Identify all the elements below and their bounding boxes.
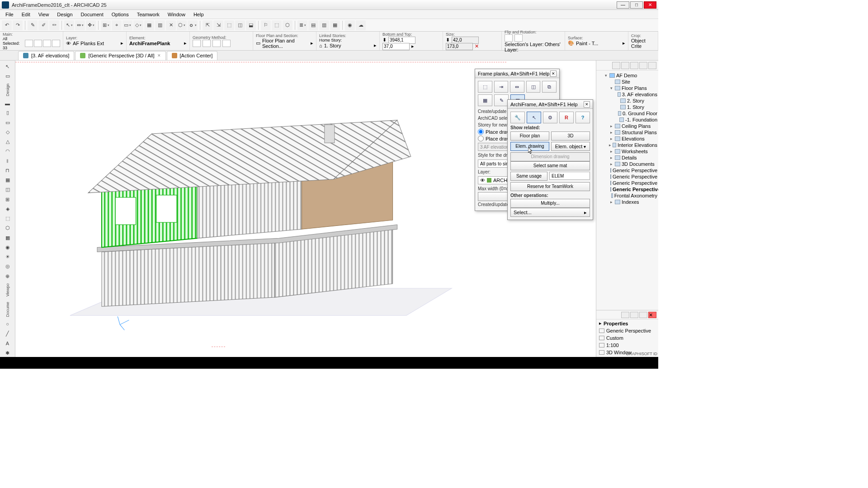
window-tool[interactable]: ⊞ [2, 195, 13, 203]
misc-a[interactable]: ◉ [345, 20, 355, 30]
grid-dd[interactable]: ⊞ [101, 20, 111, 30]
panel2-close-icon[interactable]: ✕ [584, 101, 590, 108]
nav-ceiling[interactable]: ▸Ceiling Plans [597, 123, 657, 129]
pick-button[interactable]: ✎ [28, 20, 38, 30]
p2-elem-input[interactable] [549, 172, 590, 180]
tool-a[interactable]: ▦ [144, 20, 154, 30]
menu-window[interactable]: Window [164, 11, 189, 18]
tab-action-center[interactable]: [Action Center] [167, 51, 218, 60]
opening-tool[interactable]: ◎ [2, 263, 13, 271]
brush-button[interactable]: ✏ [49, 20, 59, 30]
nav-gp4[interactable]: Generic Perspective [597, 186, 657, 192]
prop-btn-3[interactable] [639, 312, 647, 318]
bottom-v2[interactable] [382, 43, 410, 50]
beam-tool[interactable]: ▭ [2, 118, 13, 127]
eye-icon[interactable]: 👁 [66, 41, 71, 46]
mesh-tool[interactable]: ▩ [2, 234, 13, 242]
door-tool[interactable]: ◫ [2, 186, 13, 194]
layer-value[interactable]: AF Planks Ext [73, 41, 104, 46]
tab-elevations[interactable]: [3. AF elevations] [18, 51, 74, 60]
nav-floorplans[interactable]: ▾Floor Plans [597, 85, 657, 91]
mi-1[interactable] [25, 40, 33, 47]
morph-tool[interactable]: ◉ [2, 243, 13, 251]
p1-ic-4[interactable]: ◫ [526, 81, 541, 93]
fl-1[interactable] [505, 34, 513, 42]
redo-button[interactable]: ↷ [13, 20, 23, 30]
arrow-tool[interactable]: ↖ [2, 62, 13, 70]
panel1-close-icon[interactable]: ✕ [550, 70, 557, 77]
mi-4[interactable] [52, 40, 60, 47]
snap-button[interactable]: ⌖ [112, 20, 122, 30]
link-a[interactable]: ⇱ [203, 20, 212, 30]
p2-selectsame[interactable]: Select same mat [510, 161, 590, 170]
nav-root[interactable]: ▾AF Demo [597, 72, 657, 79]
nav-site[interactable]: Site [597, 79, 657, 85]
nav-worksheets[interactable]: ▸Worksheets [597, 148, 657, 155]
move-dd[interactable]: ✥ [86, 20, 96, 30]
more-tool[interactable]: ✱ [2, 349, 13, 357]
railing-tool[interactable]: ⊓ [2, 166, 13, 174]
curtain-tool[interactable]: ▦ [2, 176, 13, 184]
inject-button[interactable]: ✐ [38, 20, 48, 30]
prop-btn-2[interactable] [630, 312, 638, 318]
tool-d[interactable]: ⬡ [177, 20, 187, 30]
p2-3d[interactable]: 3D [551, 131, 590, 141]
shape-dd[interactable]: ▭ [123, 20, 132, 30]
maximize-button[interactable]: □ [630, 1, 643, 9]
shape2-dd[interactable]: ◇ [133, 20, 143, 30]
p1-ic-1[interactable]: ⬚ [478, 81, 492, 93]
home-value[interactable]: 1. Story [324, 43, 341, 48]
layer-a[interactable]: ▤ [308, 20, 318, 30]
nav-btn-5[interactable] [648, 62, 656, 69]
p2-elemdraw[interactable]: Elem. drawing [510, 142, 549, 151]
eye-icon[interactable]: 👁 [480, 178, 485, 183]
p1-ic-7[interactable]: ✎ [494, 94, 509, 106]
nav-btn-2[interactable] [621, 62, 629, 69]
tab-perspective[interactable]: [Generic Perspective [3D / All]✕ [75, 51, 165, 60]
zone-tool[interactable]: ⬡ [2, 224, 13, 232]
nav-3ddocs[interactable]: ▸3D Documents [597, 161, 657, 167]
mi-2[interactable] [34, 40, 42, 47]
roof-tool[interactable]: △ [2, 138, 13, 146]
size-v2[interactable] [446, 43, 473, 50]
nav-btn-4[interactable] [639, 62, 647, 69]
nav-btn-1[interactable] [612, 62, 620, 69]
gm-4[interactable] [222, 40, 231, 47]
prop-btn-4[interactable]: ✕ [648, 312, 656, 318]
column-tool[interactable]: ▯ [2, 109, 13, 117]
p2-select[interactable]: Select...▸ [510, 208, 590, 217]
p2-ic-arrow[interactable]: ↖ [527, 112, 541, 123]
close-button[interactable]: ✕ [644, 1, 656, 9]
gm-3[interactable] [212, 40, 221, 47]
nav-details[interactable]: ▸Details [597, 155, 657, 161]
menu-design[interactable]: Design [53, 11, 76, 18]
p1-ic-5[interactable]: ⧉ [542, 81, 557, 93]
p2-ic-gear[interactable]: ⚙ [543, 112, 557, 123]
line2-tool[interactable]: ╱ [2, 329, 13, 338]
fl-2[interactable] [514, 34, 523, 42]
flag-a[interactable]: ⚐ [261, 20, 271, 30]
nav-fp-1[interactable]: 2. Story [597, 98, 657, 104]
slab-tool[interactable]: ◇ [2, 128, 13, 136]
menu-document[interactable]: Document [77, 11, 107, 18]
viewport-3d[interactable] [15, 61, 506, 357]
prop-btn-1[interactable] [621, 312, 629, 318]
nav-fp-2[interactable]: 1. Story [597, 104, 657, 110]
text-tool[interactable]: A [2, 339, 13, 347]
menu-file[interactable]: File [2, 11, 17, 18]
menu-view[interactable]: View [35, 11, 53, 18]
arrow-dd[interactable]: ↖ [64, 20, 74, 30]
p2-ic-wrench[interactable]: 🔧 [510, 112, 525, 123]
p2-multiply[interactable]: Multiply... [510, 199, 590, 208]
nav-elevations[interactable]: ▸Elevations [597, 136, 657, 142]
link-e[interactable]: ⬓ [246, 20, 256, 30]
marquee-tool[interactable]: ▭ [2, 72, 13, 80]
nav-gp2[interactable]: Generic Perspective [597, 174, 657, 180]
shell-tool[interactable]: ◠ [2, 147, 13, 155]
line-dd[interactable]: ⇔ [75, 20, 85, 30]
menu-teamwork[interactable]: Teamwork [133, 11, 163, 18]
mi-3[interactable] [43, 40, 51, 47]
p2-reserve[interactable]: Reserve for TeamWork [510, 182, 590, 191]
nav-fp-0[interactable]: 3. AF elevations [597, 91, 657, 98]
flag-b[interactable]: ⬚ [272, 20, 282, 30]
